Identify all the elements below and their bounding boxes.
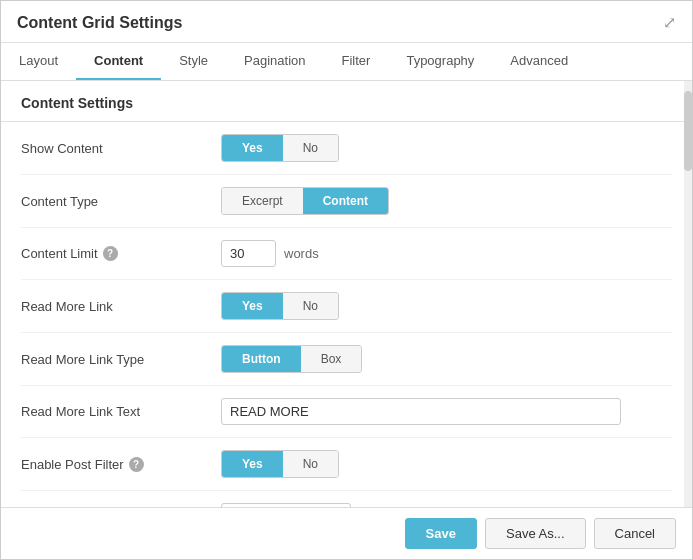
content-limit-row: Content Limit ? words xyxy=(21,228,672,280)
select-post-filter-dropdown[interactable]: Categories Tags Custom xyxy=(221,503,351,507)
tab-layout[interactable]: Layout xyxy=(1,43,76,80)
show-content-label: Show Content xyxy=(21,141,221,156)
show-content-control: Yes No xyxy=(221,134,672,162)
tab-typography[interactable]: Typography xyxy=(388,43,492,80)
enable-post-filter-toggle: Yes No xyxy=(221,450,339,478)
read-more-link-text-row: Read More Link Text xyxy=(21,386,672,438)
enable-post-filter-label: Enable Post Filter ? xyxy=(21,457,221,472)
content-limit-input[interactable] xyxy=(221,240,276,267)
content-type-content-button[interactable]: Content xyxy=(303,188,388,214)
tab-pagination[interactable]: Pagination xyxy=(226,43,323,80)
content-type-label: Content Type xyxy=(21,194,221,209)
content-type-toggle: Excerpt Content xyxy=(221,187,389,215)
content-type-excerpt-button[interactable]: Excerpt xyxy=(222,188,303,214)
read-more-type-box-button[interactable]: Box xyxy=(301,346,362,372)
read-more-link-no-button[interactable]: No xyxy=(283,293,338,319)
tab-content[interactable]: Content xyxy=(76,43,161,80)
enable-post-filter-no-button[interactable]: No xyxy=(283,451,338,477)
footer: Save Save As... Cancel xyxy=(1,507,692,559)
content-limit-label: Content Limit ? xyxy=(21,246,221,261)
content-limit-control: words xyxy=(221,240,672,267)
window-title: Content Grid Settings xyxy=(17,14,182,32)
read-more-link-text-input[interactable] xyxy=(221,398,621,425)
select-post-filter-control: Categories Tags Custom ⬍ xyxy=(221,503,672,507)
tabs-bar: Layout Content Style Pagination Filter T… xyxy=(1,43,692,81)
read-more-link-type-row: Read More Link Type Button Box xyxy=(21,333,672,386)
read-more-link-text-label: Read More Link Text xyxy=(21,404,221,419)
scrollbar-thumb[interactable] xyxy=(684,91,692,171)
tab-advanced[interactable]: Advanced xyxy=(492,43,586,80)
read-more-link-type-control: Button Box xyxy=(221,345,672,373)
read-more-link-control: Yes No xyxy=(221,292,672,320)
enable-post-filter-control: Yes No xyxy=(221,450,672,478)
settings-grid: Show Content Yes No Content Type Excerpt… xyxy=(1,122,692,507)
section-title: Content Settings xyxy=(1,81,692,122)
save-button[interactable]: Save xyxy=(405,518,477,549)
content-area: Content Settings Show Content Yes No Con… xyxy=(1,81,692,507)
tab-filter[interactable]: Filter xyxy=(324,43,389,80)
read-more-link-toggle: Yes No xyxy=(221,292,339,320)
enable-post-filter-help-icon[interactable]: ? xyxy=(129,457,144,472)
enable-post-filter-row: Enable Post Filter ? Yes No xyxy=(21,438,672,491)
expand-icon[interactable]: ⤢ xyxy=(663,13,676,32)
save-as-button[interactable]: Save As... xyxy=(485,518,586,549)
content-limit-help-icon[interactable]: ? xyxy=(103,246,118,261)
words-label: words xyxy=(284,246,319,261)
select-post-filter-wrapper: Categories Tags Custom ⬍ xyxy=(221,503,351,507)
read-more-link-label: Read More Link xyxy=(21,299,221,314)
read-more-link-text-control xyxy=(221,398,672,425)
content-type-row: Content Type Excerpt Content xyxy=(21,175,672,228)
show-content-row: Show Content Yes No xyxy=(21,122,672,175)
scrollbar-track xyxy=(684,81,692,507)
main-window: Content Grid Settings ⤢ Layout Content S… xyxy=(0,0,693,560)
read-more-link-yes-button[interactable]: Yes xyxy=(222,293,283,319)
read-more-link-type-toggle: Button Box xyxy=(221,345,362,373)
title-bar: Content Grid Settings ⤢ xyxy=(1,1,692,43)
select-post-filter-row: Select Post Filter Categories Tags Custo… xyxy=(21,491,672,507)
read-more-type-button-button[interactable]: Button xyxy=(222,346,301,372)
enable-post-filter-yes-button[interactable]: Yes xyxy=(222,451,283,477)
cancel-button[interactable]: Cancel xyxy=(594,518,676,549)
tab-style[interactable]: Style xyxy=(161,43,226,80)
read-more-link-row: Read More Link Yes No xyxy=(21,280,672,333)
show-content-no-button[interactable]: No xyxy=(283,135,338,161)
read-more-link-type-label: Read More Link Type xyxy=(21,352,221,367)
content-type-control: Excerpt Content xyxy=(221,187,672,215)
show-content-toggle: Yes No xyxy=(221,134,339,162)
show-content-yes-button[interactable]: Yes xyxy=(222,135,283,161)
